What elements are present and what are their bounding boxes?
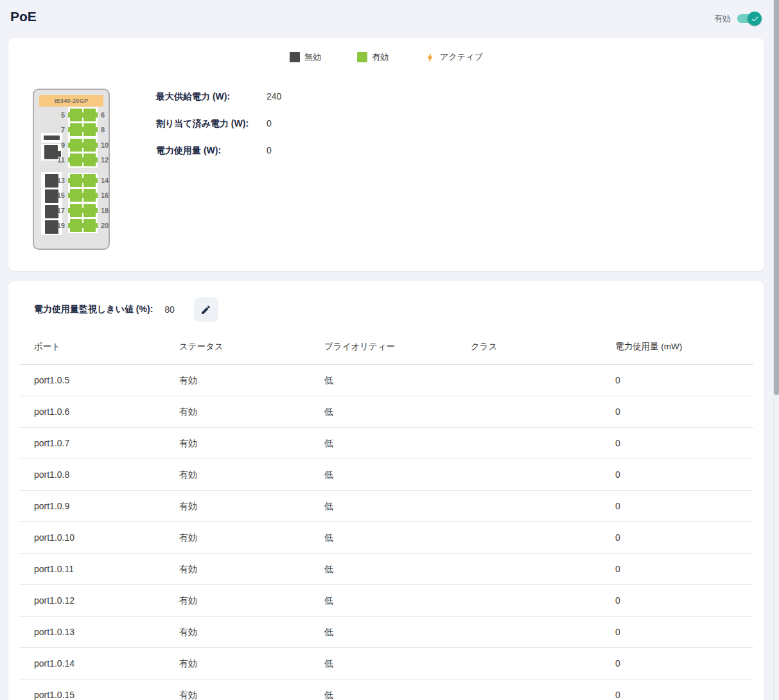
table-row: port1.0.13 有効 低 0 [19,617,753,648]
table-header-row: ポート ステータス プライオリティー クラス 電力使用量 (mW) [19,336,753,365]
port-pair-row: 15 16 [34,188,106,204]
cell-status: 有効 [164,554,310,585]
cell-port: port1.0.7 [19,428,164,459]
table-row: port1.0.6 有効 低 0 [19,396,753,428]
cell-status: 有効 [164,428,310,459]
cell-power: 0 [600,648,753,679]
port-pair-row: 19 20 [34,218,106,234]
port-number: 15 [34,191,68,199]
port-pair-row: 11 12 [34,153,106,168]
power-summary-label: 電力使用量 (W): [156,145,267,157]
device-model-label: IE340-20GP [39,95,103,107]
cell-class [456,554,600,585]
port-icon [83,219,96,232]
check-icon [751,15,759,23]
cell-power: 0 [600,428,753,459]
legend-item-enabled: 有効 [357,51,389,63]
port-pair-row: 17 18 [34,203,106,218]
power-summary-label: 割り当て済み電力 (W): [156,118,267,130]
table-row: port1.0.15 有効 低 0 [19,679,753,700]
port-icon [70,139,82,152]
cell-priority: 低 [310,554,456,585]
poe-enable-control: 有効 [714,13,762,24]
poe-toggle-label: 有効 [714,13,731,24]
cell-power: 0 [600,365,753,396]
port-number: 5 [34,111,68,119]
port-group-lower: 13 14 15 16 17 18 19 [34,173,106,233]
port-pair-row: 9 10 [34,137,106,153]
legend-item-disabled: 無効 [290,51,321,63]
poe-overview-card: 無効 有効 アクティブ IE340-20GP [8,38,764,271]
legend-label: 無効 [304,51,321,63]
port-icon [83,153,96,166]
table-row: port1.0.5 有効 低 0 [19,365,753,396]
cell-class [456,585,600,617]
port-pair-row: 5 6 [34,107,106,123]
cell-priority: 低 [310,459,456,491]
cell-class [456,365,600,396]
cell-priority: 低 [310,428,456,459]
port-number: 10 [98,141,109,149]
col-header-port: ポート [19,336,164,365]
green-square-swatch [357,52,367,62]
cell-status: 有効 [164,617,310,648]
cell-class [456,396,600,428]
port-icon [83,123,96,136]
power-summary: 最大供給電力 (W): 240 割り当て済み電力 (W): 0 電力使用量 (W… [156,91,281,250]
cell-power: 0 [600,617,753,648]
power-summary-value: 0 [267,145,272,157]
port-number: 8 [98,126,105,134]
dark-square-swatch [290,52,300,62]
cell-class [456,428,600,459]
table-row: port1.0.12 有効 低 0 [19,585,753,617]
scrollbar-thumb[interactable] [774,0,779,395]
page-title: PoE [10,9,37,24]
col-header-power: 電力使用量 (mW) [600,336,753,365]
col-header-status: ステータス [164,336,310,365]
cell-status: 有効 [164,522,310,554]
poe-ports-table: ポート ステータス プライオリティー クラス 電力使用量 (mW) port1.… [19,336,753,700]
port-icon [70,204,82,217]
port-icon [83,174,96,187]
port-pair-row: 7 8 [34,123,106,138]
port-number: 12 [98,156,109,164]
lightning-bolt-icon [425,52,435,63]
port-icon [83,204,96,217]
cell-priority: 低 [310,396,456,428]
cell-class [456,491,600,522]
cell-status: 有効 [164,648,310,679]
table-row: port1.0.7 有効 低 0 [19,428,753,459]
power-summary-value: 240 [267,91,281,103]
legend-label: 有効 [372,51,389,63]
port-icon [70,123,82,136]
cell-status: 有効 [164,491,310,522]
port-icon [70,153,82,166]
port-number: 18 [98,207,109,214]
cell-port: port1.0.8 [19,459,164,491]
cell-status: 有効 [164,585,310,617]
cell-class [456,522,600,554]
legend-label: アクティブ [440,51,483,63]
cell-port: port1.0.9 [19,491,164,522]
port-status-legend: 無効 有効 アクティブ [8,38,764,63]
cell-priority: 低 [310,648,456,679]
cell-priority: 低 [310,491,456,522]
table-row: port1.0.11 有効 低 0 [19,554,753,585]
port-icon [83,139,96,152]
legend-item-active: アクティブ [425,51,483,63]
port-icon [70,219,82,232]
edit-threshold-button[interactable] [194,297,218,322]
poe-enable-toggle[interactable] [737,13,762,24]
cell-port: port1.0.15 [19,679,164,700]
cell-port: port1.0.14 [19,648,164,679]
port-number: 7 [34,126,68,134]
col-header-class: クラス [456,336,600,365]
power-summary-row: 割り当て済み電力 (W): 0 [156,118,281,130]
pencil-icon [200,304,211,315]
port-icon [70,109,82,121]
cell-power: 0 [600,396,753,428]
scrollbar [773,0,779,700]
cell-status: 有効 [164,679,310,700]
cell-power: 0 [600,554,753,585]
cell-class [456,459,600,491]
